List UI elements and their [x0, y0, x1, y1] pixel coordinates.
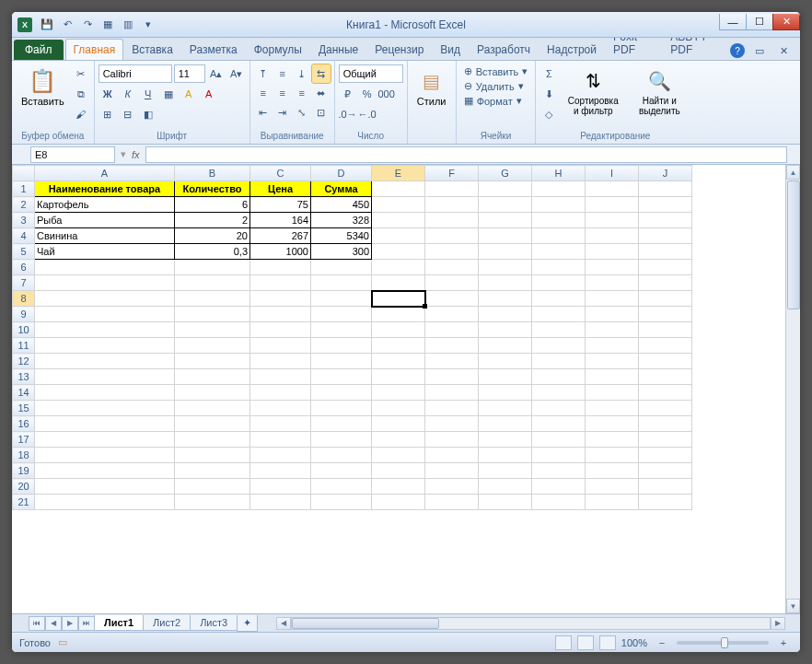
font-size-select[interactable]: 11	[174, 64, 205, 83]
cell[interactable]	[175, 307, 250, 322]
cell[interactable]	[639, 181, 692, 197]
cell[interactable]	[586, 354, 639, 369]
tab-insert[interactable]: Вставка	[123, 39, 181, 60]
cell[interactable]	[250, 432, 311, 448]
row-header[interactable]: 7	[13, 275, 35, 291]
column-header[interactable]: B	[175, 166, 250, 181]
zoom-slider[interactable]	[677, 641, 769, 645]
inc-decimal-icon[interactable]: .0→	[339, 105, 357, 123]
cell[interactable]	[586, 213, 639, 228]
cell[interactable]	[586, 181, 639, 197]
column-header[interactable]: D	[311, 166, 372, 181]
cell[interactable]	[311, 385, 372, 401]
cell[interactable]	[586, 338, 639, 354]
wrap-text-icon[interactable]: ⇆	[312, 64, 331, 83]
cell[interactable]	[479, 448, 532, 463]
cell[interactable]	[311, 338, 372, 354]
cell[interactable]	[479, 260, 532, 275]
cell[interactable]	[639, 197, 692, 213]
cell[interactable]	[311, 401, 372, 416]
cell[interactable]	[311, 448, 372, 463]
cell[interactable]	[372, 495, 425, 510]
cell[interactable]	[479, 291, 532, 307]
row-header[interactable]: 3	[13, 213, 35, 228]
tab-layout[interactable]: Разметка	[181, 39, 246, 60]
cell[interactable]	[311, 416, 372, 432]
font-color-icon[interactable]: A	[200, 85, 218, 103]
row-header[interactable]: 15	[13, 401, 35, 416]
cell[interactable]	[532, 385, 586, 401]
cell[interactable]	[250, 495, 311, 510]
row-header[interactable]: 6	[13, 260, 35, 275]
cell[interactable]	[639, 244, 692, 260]
row-header[interactable]: 8	[13, 291, 35, 307]
row-header[interactable]: 13	[13, 369, 35, 385]
cell[interactable]	[175, 479, 250, 495]
cell[interactable]	[175, 369, 250, 385]
cell[interactable]	[175, 291, 250, 307]
cell[interactable]	[639, 495, 692, 510]
cell[interactable]	[479, 432, 532, 448]
cell[interactable]	[586, 479, 639, 495]
cell[interactable]	[311, 354, 372, 369]
cell[interactable]	[372, 291, 425, 307]
cell[interactable]	[532, 463, 586, 479]
fill-color-icon[interactable]: A	[180, 85, 198, 103]
cell[interactable]	[425, 463, 479, 479]
number-format-select[interactable]: Общий	[339, 64, 403, 83]
comma-icon[interactable]: 000	[377, 85, 396, 103]
cell[interactable]	[425, 385, 479, 401]
copy-icon[interactable]: ⧉	[72, 85, 90, 103]
cell[interactable]	[425, 307, 479, 322]
qat-icon[interactable]: ▦	[99, 16, 117, 34]
cell[interactable]	[532, 416, 586, 432]
cell[interactable]	[479, 369, 532, 385]
clear-icon[interactable]: ◇	[539, 105, 558, 123]
tab-home[interactable]: Главная	[65, 39, 124, 60]
redo-icon[interactable]: ↷	[78, 16, 97, 34]
cell[interactable]	[479, 197, 532, 213]
row-header[interactable]: 14	[13, 385, 35, 401]
cell[interactable]	[479, 401, 532, 416]
sort-filter-button[interactable]: ⇅ Сортировка и фильтр	[560, 64, 626, 118]
tab-formulas[interactable]: Формулы	[246, 39, 310, 60]
cell[interactable]: Рыба	[35, 213, 175, 228]
cell[interactable]	[311, 479, 372, 495]
cell[interactable]	[372, 197, 425, 213]
indent-dec-icon[interactable]: ⇤	[254, 103, 273, 122]
cell[interactable]	[586, 275, 639, 291]
cell[interactable]	[372, 260, 425, 275]
cell[interactable]	[425, 479, 479, 495]
format-cells-button[interactable]: ▦Формат ▾	[460, 94, 532, 108]
align-center-icon[interactable]: ≡	[273, 84, 292, 102]
cell[interactable]	[250, 354, 311, 369]
cell[interactable]	[586, 369, 639, 385]
cell[interactable]: 267	[250, 228, 311, 244]
cell[interactable]	[532, 307, 586, 322]
cell[interactable]	[35, 495, 175, 510]
cell[interactable]	[372, 401, 425, 416]
column-header[interactable]: C	[250, 166, 311, 181]
new-sheet-icon[interactable]: ✦	[237, 615, 258, 632]
undo-icon[interactable]: ↶	[58, 16, 76, 34]
cell[interactable]	[425, 228, 479, 244]
cell[interactable]: 2	[175, 213, 250, 228]
cell[interactable]	[479, 307, 532, 322]
tab-nav-prev-icon[interactable]: ◀	[45, 616, 62, 631]
cell[interactable]	[250, 291, 311, 307]
merge-center-icon[interactable]: ⊡	[312, 103, 331, 122]
cell[interactable]	[35, 401, 175, 416]
cell[interactable]	[586, 197, 639, 213]
find-select-button[interactable]: 🔍 Найти и выделить	[628, 64, 690, 118]
percent-icon[interactable]: %	[358, 85, 377, 103]
cell[interactable]	[532, 228, 586, 244]
cell[interactable]	[175, 275, 250, 291]
cell[interactable]	[479, 416, 532, 432]
vertical-scrollbar[interactable]: ▲ ▼	[785, 165, 800, 613]
cell[interactable]	[311, 291, 372, 307]
cell[interactable]	[372, 213, 425, 228]
scroll-thumb[interactable]	[787, 181, 800, 309]
fill-down-icon[interactable]: ⬇	[539, 85, 558, 103]
cell[interactable]: Картофель	[35, 197, 175, 213]
cell[interactable]	[250, 338, 311, 354]
